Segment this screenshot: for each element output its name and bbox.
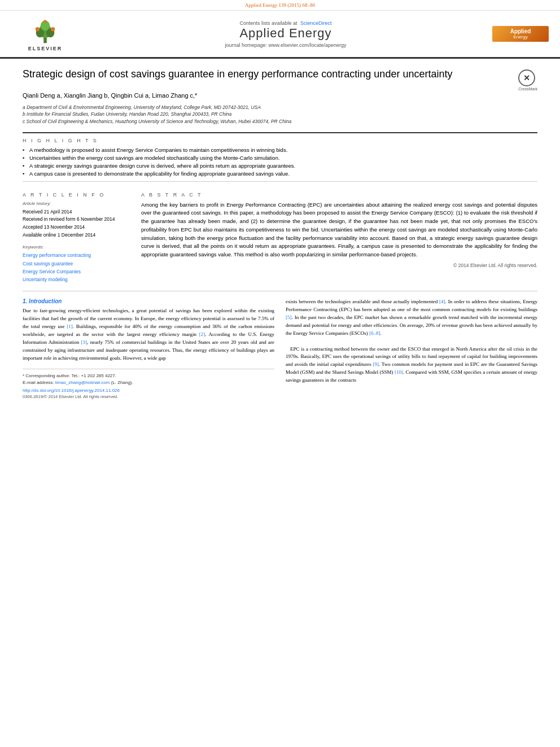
email-suffix: (L. Zhang). (110, 380, 133, 385)
journal-title: Applied Energy (79, 26, 492, 41)
highlights-section: H I G H L I G H T S A methodology is pro… (23, 138, 537, 177)
affiliations: a Department of Civil & Environmental En… (23, 104, 537, 125)
ae-badge-title: Applied (496, 28, 545, 34)
article-info-heading: A R T I C L E I N F O (23, 192, 130, 198)
divider-after-highlights (23, 181, 537, 182)
article-body-top: A R T I C L E I N F O Article history: R… (23, 187, 537, 284)
article-info-col: A R T I C L E I N F O Article history: R… (23, 187, 130, 284)
ref-6-8[interactable]: [6–8] (369, 330, 380, 336)
affiliation-c: c School of Civil Engineering & Mechanic… (23, 118, 537, 125)
ae-badge-area: Applied Energy (492, 26, 549, 42)
svg-point-7 (43, 20, 46, 23)
divider-after-affiliations (23, 132, 537, 133)
ref-10[interactable]: [10] (395, 369, 403, 375)
available: Available online 1 December 2014 (23, 231, 130, 239)
affiliation-b: b Institute for Financial Studies, Fudan… (23, 111, 537, 118)
received-revised: Received in revised form 6 November 2014 (23, 216, 130, 224)
svg-point-5 (36, 27, 40, 31)
highlight-3: A strategic energy savings guarantee des… (23, 163, 537, 169)
highlight-1: A methodology is proposed to assist Ener… (23, 147, 537, 153)
keyword-4: Uncertainty modeling (23, 276, 130, 283)
journal-center-info: Contents lists available at ScienceDirec… (79, 20, 492, 48)
elsevier-wordmark: ELSEVIER (28, 46, 63, 51)
keywords-label: Keywords: (23, 244, 130, 250)
footnote-section: * Corresponding author. Tel.: +1 202 285… (23, 369, 274, 399)
ref-2[interactable]: [2] (199, 331, 205, 337)
received-1: Received 21 April 2014 (23, 208, 130, 216)
journal-citation-bar: Applied Energy 139 (2015) 68–80 (0, 0, 560, 11)
abstract-text: Among the key barriers to profit in Ener… (141, 201, 537, 259)
authors-line: Qianli Deng a, Xianglin Jiang b, Qingbin… (23, 91, 537, 101)
abstract-heading: A B S T R A C T (141, 192, 537, 198)
title-area: Strategic design of cost savings guarant… (23, 67, 513, 88)
divider-before-body (23, 291, 537, 291)
accepted: Accepted 13 November 2014 (23, 224, 130, 231)
journal-header: ELSEVIER Contents lists available at Sci… (0, 11, 560, 59)
elsevier-logo-area: ELSEVIER (11, 16, 79, 51)
intro-text-col1: Due to fast-growing energy-efficient tec… (23, 307, 274, 362)
crossmark-label: CrossMark (518, 87, 537, 91)
body-col-right: exists between the technologies availabl… (286, 298, 537, 400)
crossmark-area[interactable]: ✕ CrossMark (518, 69, 537, 91)
title-row: Strategic design of cost savings guarant… (23, 67, 537, 91)
intro-text-col2: exists between the technologies availabl… (286, 298, 537, 385)
highlight-2: Uncertainties within the energy cost sav… (23, 155, 537, 161)
highlights-heading: H I G H L I G H T S (23, 138, 537, 143)
highlight-4: A campus case is presented to demonstrat… (23, 171, 537, 177)
article-history-label: Article history: (23, 201, 130, 206)
footnote-star: * Corresponding author. Tel.: +1 202 285… (23, 373, 274, 379)
ref-5[interactable]: [5] (286, 314, 292, 320)
issn-text: 0306-2619/© 2014 Elsevier Ltd. All right… (23, 394, 274, 399)
doi-link[interactable]: http://dx.doi.org/10.1016/j.apenergy.201… (23, 388, 274, 393)
crossmark-icon[interactable]: ✕ (518, 69, 535, 86)
ref-9[interactable]: [9] (373, 361, 379, 367)
journal-homepage: journal homepage: www.elsevier.com/locat… (79, 42, 492, 48)
journal-citation: Applied Energy 139 (2015) 68–80 (245, 2, 315, 8)
ae-badge-sub: Energy (496, 34, 545, 40)
sciencedirect-link[interactable]: ScienceDirect (300, 20, 332, 26)
body-col-left: 1. Introduction Due to fast-growing ener… (23, 298, 274, 400)
copyright: © 2014 Elsevier Ltd. All rights reserved… (141, 263, 537, 268)
elsevier-logo: ELSEVIER (11, 16, 79, 51)
keyword-3: Energy Service Companies (23, 268, 130, 276)
contents-text: Contents lists available at (239, 20, 297, 26)
highlights-list: A methodology is proposed to assist Ener… (23, 147, 537, 177)
footnote-email: E-mail address: limao_zhang@hotmail.com … (23, 379, 274, 386)
ref-4[interactable]: [4] (439, 299, 445, 304)
email-label: E-mail address: (23, 380, 55, 385)
keyword-1: Energy performance contracting (23, 251, 130, 259)
email-link[interactable]: limao_zhang@hotmail.com (55, 380, 110, 385)
body-section: 1. Introduction Due to fast-growing ener… (23, 298, 537, 400)
ref-3[interactable]: [3] (81, 339, 88, 345)
contents-line: Contents lists available at ScienceDirec… (79, 20, 492, 26)
keyword-2: Cost savings guarantee (23, 260, 130, 268)
affiliation-a: a Department of Civil & Environmental En… (23, 104, 537, 111)
ref-1[interactable]: [1] (67, 324, 73, 329)
ae-badge: Applied Energy (492, 26, 549, 42)
svg-point-6 (51, 27, 55, 31)
elsevier-tree-icon (28, 16, 62, 45)
article-dates: Received 21 April 2014 Received in revis… (23, 208, 130, 239)
keywords-section: Keywords: Energy performance contracting… (23, 244, 130, 284)
article-title: Strategic design of cost savings guarant… (23, 67, 513, 81)
abstract-col: A B S T R A C T Among the key barriers t… (141, 187, 537, 284)
main-content: Strategic design of cost savings guarant… (0, 59, 560, 410)
intro-heading: 1. Introduction (23, 298, 274, 304)
